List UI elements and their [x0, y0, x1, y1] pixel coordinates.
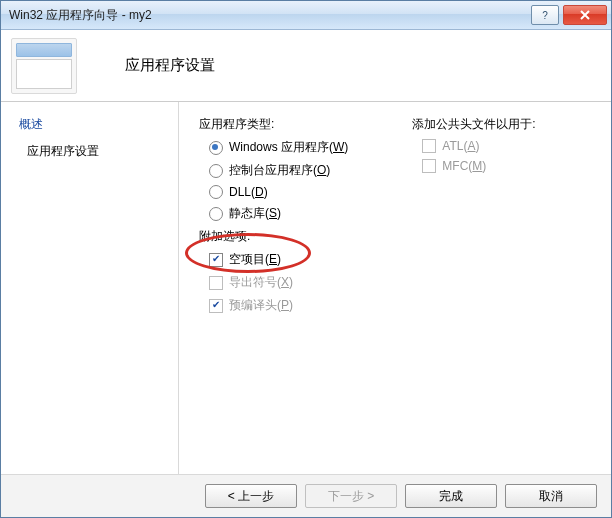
- radio-static-lib[interactable]: 静态库(S): [209, 205, 399, 222]
- footer: < 上一步 下一步 > 完成 取消: [1, 474, 611, 517]
- window-title: Win32 应用程序向导 - my2: [9, 7, 527, 24]
- radio-label: 静态库: [229, 206, 265, 220]
- page-title: 应用程序设置: [125, 56, 215, 75]
- radio-label: 控制台应用程序: [229, 163, 313, 177]
- help-button[interactable]: ?: [531, 5, 559, 25]
- wizard-icon: [11, 38, 77, 94]
- radio-icon: [209, 141, 223, 155]
- radio-icon: [209, 207, 223, 221]
- right-column: 添加公共头文件以用于: ATL(A) MFC(M): [412, 114, 582, 179]
- radio-windows-app[interactable]: Windows 应用程序(W): [209, 139, 399, 156]
- checkbox-icon: [209, 253, 223, 267]
- finish-button[interactable]: 完成: [405, 484, 497, 508]
- banner: 应用程序设置: [1, 30, 611, 102]
- sidebar-item-app-settings[interactable]: 应用程序设置: [27, 143, 168, 160]
- wizard-window: Win32 应用程序向导 - my2 ? 应用程序设置 概述 应用程序设置 应用…: [0, 0, 612, 518]
- close-icon: [579, 10, 591, 20]
- radio-dll[interactable]: DLL(D): [209, 185, 399, 199]
- extra-options-label: 附加选项:: [199, 228, 399, 245]
- checkbox-icon: [422, 159, 436, 173]
- close-button[interactable]: [563, 5, 607, 25]
- radio-icon: [209, 164, 223, 178]
- radio-label: DLL: [229, 185, 251, 199]
- check-label: 空项目: [229, 252, 265, 266]
- prev-button[interactable]: < 上一步: [205, 484, 297, 508]
- check-export-symbols: 导出符号(X): [209, 274, 399, 291]
- check-precompiled-header: 预编译头(P): [209, 297, 399, 314]
- left-column: 应用程序类型: Windows 应用程序(W) 控制台应用程序(O) DLL(D…: [199, 114, 399, 320]
- check-label: 预编译头: [229, 298, 277, 312]
- check-label: ATL: [442, 139, 463, 153]
- radio-label: Windows 应用程序: [229, 140, 329, 154]
- cancel-button[interactable]: 取消: [505, 484, 597, 508]
- check-label: 导出符号: [229, 275, 277, 289]
- checkbox-icon: [422, 139, 436, 153]
- headers-label: 添加公共头文件以用于:: [412, 116, 582, 133]
- sidebar: 概述 应用程序设置: [1, 102, 179, 474]
- radio-icon: [209, 185, 223, 199]
- sidebar-item-overview[interactable]: 概述: [19, 116, 168, 133]
- check-label: MFC: [442, 159, 468, 173]
- checkbox-icon: [209, 276, 223, 290]
- radio-console-app[interactable]: 控制台应用程序(O): [209, 162, 399, 179]
- check-empty-project[interactable]: 空项目(E): [209, 251, 399, 268]
- checkbox-icon: [209, 299, 223, 313]
- check-mfc: MFC(M): [422, 159, 582, 173]
- app-type-label: 应用程序类型:: [199, 116, 399, 133]
- titlebar: Win32 应用程序向导 - my2 ?: [1, 1, 611, 30]
- check-atl: ATL(A): [422, 139, 582, 153]
- content: 应用程序类型: Windows 应用程序(W) 控制台应用程序(O) DLL(D…: [179, 102, 611, 474]
- body: 概述 应用程序设置 应用程序类型: Windows 应用程序(W) 控制台应用程…: [1, 102, 611, 474]
- next-button: 下一步 >: [305, 484, 397, 508]
